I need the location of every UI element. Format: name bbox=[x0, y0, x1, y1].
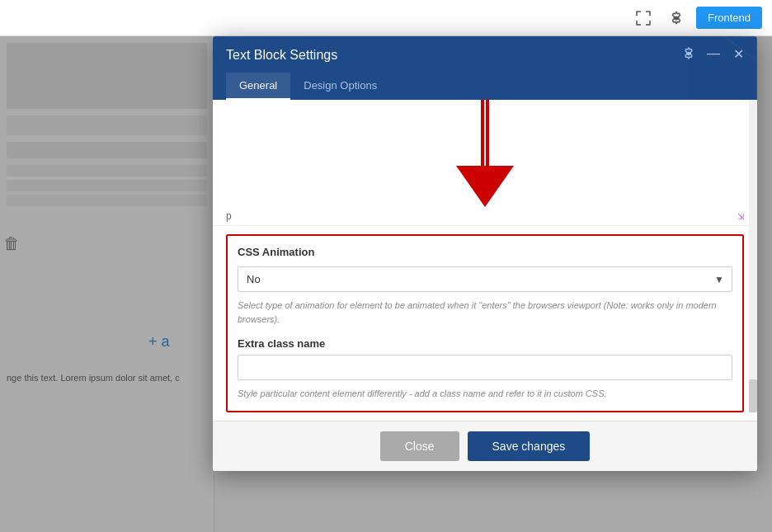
modal-title: Text Block Settings bbox=[226, 48, 744, 63]
modal-dialog: Text Block Settings — ✕ General Design O… bbox=[213, 36, 757, 471]
top-toolbar: Frontend bbox=[0, 0, 772, 36]
modal-header: Text Block Settings — ✕ General Design O… bbox=[213, 36, 757, 100]
tab-design-options[interactable]: Design Options bbox=[290, 73, 390, 100]
extra-class-help: Style particular content element differe… bbox=[238, 387, 732, 401]
extra-class-label: Extra class name bbox=[238, 337, 732, 350]
modal-header-icons: — ✕ bbox=[680, 45, 747, 63]
css-animation-select[interactable]: No Top to bottom Bottom to top Left to r… bbox=[238, 266, 732, 292]
settings-icon[interactable] bbox=[663, 5, 690, 31]
expand-icon[interactable] bbox=[630, 5, 657, 31]
modal-settings-icon[interactable] bbox=[680, 45, 698, 63]
modal-tabs: General Design Options bbox=[226, 73, 744, 100]
svg-point-1 bbox=[687, 52, 690, 55]
svg-point-0 bbox=[674, 16, 678, 20]
css-animation-help: Select type of animation for element to … bbox=[238, 299, 732, 326]
p-label-area: p ⇲ bbox=[213, 207, 757, 226]
modal-close-icon[interactable]: ✕ bbox=[729, 45, 747, 63]
arrow-head bbox=[456, 166, 514, 207]
tab-general[interactable]: General bbox=[226, 73, 290, 100]
modal-scrollbar[interactable] bbox=[749, 100, 757, 412]
resize-icon: ⇲ bbox=[737, 212, 744, 221]
modal-body: p ⇲ CSS Animation No Top to bottom Botto… bbox=[213, 100, 757, 412]
css-animation-title: CSS Animation bbox=[238, 246, 732, 258]
arrow-area bbox=[213, 100, 757, 207]
css-animation-section: CSS Animation No Top to bottom Bottom to… bbox=[226, 234, 744, 412]
arrow-shaft bbox=[481, 100, 489, 166]
extra-class-input[interactable] bbox=[238, 355, 732, 380]
save-button[interactable]: Save changes bbox=[468, 431, 591, 461]
css-animation-select-wrapper: No Top to bottom Bottom to top Left to r… bbox=[238, 266, 732, 292]
frontend-button[interactable]: Frontend bbox=[696, 7, 762, 29]
modal-footer: Close Save changes bbox=[213, 421, 757, 471]
close-button[interactable]: Close bbox=[380, 431, 459, 461]
modal-scrollbar-thumb bbox=[749, 379, 757, 412]
modal-minimize-icon[interactable]: — bbox=[704, 45, 723, 63]
p-label: p bbox=[226, 210, 232, 222]
red-arrow bbox=[456, 100, 514, 207]
